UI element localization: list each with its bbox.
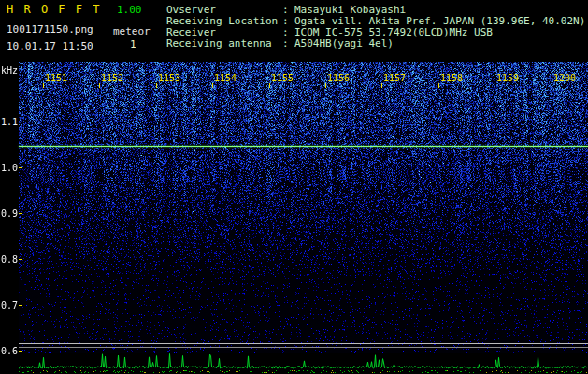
time-tick-label: 1156 bbox=[327, 73, 350, 83]
time-tick-mark bbox=[381, 83, 382, 88]
signal-level-canvas bbox=[19, 353, 588, 374]
y-axis-unit: kHz bbox=[1, 65, 18, 76]
app-title: H R O F F T bbox=[7, 3, 101, 16]
time-tick-label: 1157 bbox=[383, 73, 406, 83]
carrier-signal-line bbox=[19, 146, 588, 147]
interference-line bbox=[19, 343, 588, 344]
info-separator: : bbox=[282, 38, 294, 50]
app-version: 1.00 bbox=[117, 4, 142, 16]
time-tick-mark bbox=[438, 83, 439, 88]
y-tick-label: 0.8 bbox=[1, 254, 18, 265]
info-value: A504HB(yagi 4el) bbox=[294, 38, 394, 50]
time-tick-mark bbox=[552, 83, 552, 88]
station-info: Ovserver:Masayuki Kobayashi Receiving Lo… bbox=[166, 5, 585, 50]
y-tick-mark bbox=[19, 351, 22, 352]
time-tick-label: 1200 bbox=[553, 73, 576, 83]
hrofft-window: H R O F F T 1.00 1001171150.png meteor 1… bbox=[0, 0, 588, 374]
interference-line bbox=[19, 347, 588, 348]
datetime-stamp: 10.01.17 11:50 bbox=[7, 40, 93, 52]
time-tick-label: 1155 bbox=[271, 73, 294, 83]
mode-label: meteor bbox=[113, 25, 151, 37]
y-tick-label: 0.6 bbox=[1, 346, 18, 356]
y-tick-mark bbox=[19, 305, 22, 306]
time-tick-label: 1158 bbox=[440, 73, 463, 83]
time-tick-mark bbox=[43, 83, 44, 88]
time-tick-label: 1159 bbox=[496, 73, 519, 83]
time-tick-mark bbox=[212, 83, 213, 88]
y-tick-mark bbox=[19, 122, 22, 122]
time-tick-mark bbox=[269, 83, 270, 88]
spectrogram-canvas bbox=[19, 62, 588, 353]
time-tick-mark bbox=[99, 83, 100, 88]
time-tick-mark bbox=[325, 83, 326, 88]
y-tick-label: 0.9 bbox=[1, 209, 18, 219]
time-tick-label: 1153 bbox=[158, 73, 180, 83]
time-tick-mark bbox=[156, 83, 157, 88]
time-tick-mark bbox=[495, 83, 495, 88]
time-tick-label: 1152 bbox=[101, 73, 123, 83]
y-tick-label: 1.1 bbox=[1, 117, 18, 127]
y-tick-mark bbox=[19, 259, 22, 260]
y-tick-label: 1.0 bbox=[1, 163, 18, 173]
time-tick-label: 1151 bbox=[45, 73, 67, 83]
y-tick-label: 0.7 bbox=[1, 300, 18, 310]
info-row-antenna: Receiving antenna:A504HB(yagi 4el) bbox=[166, 38, 585, 50]
output-filename: 1001171150.png bbox=[7, 23, 93, 36]
info-label: Receiving antenna bbox=[166, 38, 282, 50]
meteor-count: 1 bbox=[130, 38, 136, 50]
y-tick-mark bbox=[19, 213, 22, 214]
y-tick-mark bbox=[19, 167, 22, 168]
time-tick-label: 1154 bbox=[214, 73, 237, 83]
